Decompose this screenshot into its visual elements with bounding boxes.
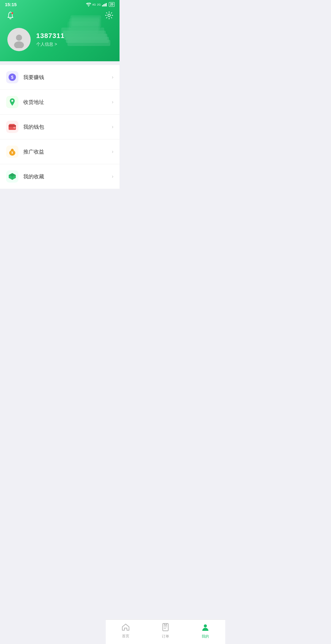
- wallet-icon: [8, 123, 17, 131]
- menu-item-my-wallet[interactable]: 我的钱包 ›: [0, 115, 120, 139]
- status-icons: 4G 2G 20: [86, 2, 115, 7]
- my-wallet-chevron: ›: [112, 124, 113, 130]
- my-favorites-icon-bg: [6, 170, 18, 183]
- promotion-income-icon-bg: ¥: [6, 146, 18, 158]
- svg-point-16: [16, 35, 22, 41]
- status-time: 15:15: [5, 2, 17, 7]
- svg-point-24: [14, 127, 15, 128]
- menu-item-shipping-address[interactable]: 收货地址 ›: [0, 90, 120, 115]
- svg-text:¥: ¥: [11, 151, 13, 154]
- signal-icon: [102, 3, 108, 6]
- menu-item-my-favorites[interactable]: 我的收藏 ›: [0, 164, 120, 189]
- shipping-address-label: 收货地址: [23, 99, 112, 106]
- box-icon: [8, 172, 17, 181]
- wifi-icon: [86, 3, 91, 6]
- svg-rect-8: [67, 40, 110, 46]
- my-wallet-label: 我的钱包: [23, 123, 112, 131]
- svg-rect-22: [9, 125, 16, 127]
- svg-rect-0: [102, 5, 103, 6]
- svg-rect-3: [106, 3, 107, 6]
- svg-rect-12: [67, 21, 98, 34]
- location-icon: [8, 98, 16, 106]
- signal-text: 4G: [92, 3, 96, 6]
- my-favorites-label: 我的收藏: [23, 173, 112, 180]
- earn-money-chevron: ›: [112, 74, 113, 80]
- menu-section: $ 我要赚钱 › 收货地址 › 我的钱包 ›: [0, 65, 120, 189]
- menu-item-earn-money[interactable]: $ 我要赚钱 ›: [0, 65, 120, 90]
- menu-item-promotion-income[interactable]: ¥ 推广收益 ›: [0, 139, 120, 164]
- svg-point-13: [11, 12, 13, 14]
- my-wallet-icon-bg: [6, 121, 18, 133]
- shipping-address-icon-bg: [6, 96, 18, 108]
- dollar-icon: $: [8, 73, 17, 81]
- my-favorites-chevron: ›: [112, 174, 113, 179]
- profile-header: 1387311 个人信息 >: [0, 0, 120, 61]
- status-bar: 15:15 4G 2G 20: [0, 0, 120, 8]
- battery-level: 20: [109, 2, 115, 7]
- bell-icon: [6, 11, 15, 20]
- svg-rect-1: [103, 4, 104, 6]
- notification-button[interactable]: [6, 11, 15, 22]
- earn-money-label: 我要赚钱: [23, 74, 112, 81]
- signal-text2: 2G: [97, 3, 101, 6]
- shipping-address-chevron: ›: [112, 99, 113, 105]
- decorative-stack: [55, 9, 116, 58]
- money-bag-icon: ¥: [8, 147, 16, 156]
- promotion-income-label: 推广收益: [23, 148, 112, 155]
- earn-money-icon: $: [6, 71, 18, 83]
- grey-area: [0, 189, 120, 336]
- svg-point-20: [11, 100, 13, 102]
- svg-text:$: $: [11, 75, 13, 80]
- avatar: [7, 28, 31, 51]
- svg-rect-2: [105, 4, 105, 6]
- promotion-income-chevron: ›: [112, 149, 113, 154]
